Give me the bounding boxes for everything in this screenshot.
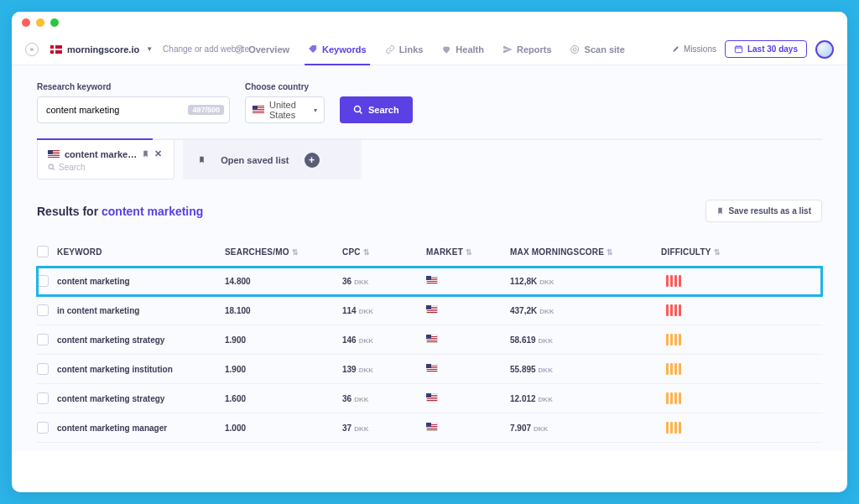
flag-us-icon [426, 276, 438, 284]
cell-searches: 1.600 [225, 394, 342, 403]
flag-us-icon [426, 335, 438, 343]
tab-subtitle: Search [59, 163, 86, 172]
cell-max-morningscore: 58.619DKK [510, 335, 661, 345]
difficulty-bars [666, 304, 681, 316]
nav-reports[interactable]: Reports [502, 34, 552, 65]
row-checkbox[interactable] [37, 304, 49, 316]
open-saved-list-tab[interactable]: Open saved list + [183, 140, 361, 179]
bookmark-icon[interactable] [142, 149, 149, 158]
site-name: morningscore.io [67, 44, 139, 55]
nav-links[interactable]: Links [385, 34, 424, 65]
cell-max-morningscore: 12.012DKK [510, 394, 661, 403]
page-body: Research keyword 497/500 Choose country … [12, 65, 847, 451]
difficulty-bars [666, 422, 681, 434]
chevron-down-icon: ▾ [314, 107, 317, 114]
svg-rect-3 [735, 46, 742, 52]
search-icon [48, 164, 55, 171]
results-title: Results for content marketing [37, 205, 203, 218]
cell-cpc: 37DKK [342, 423, 426, 433]
table-row[interactable]: in content marketing 18.100 114DKK 437,2… [37, 296, 822, 325]
maximize-window-dot[interactable] [50, 18, 59, 27]
choose-country-field: Choose country United States ▾ [245, 82, 325, 123]
top-bar: morningscore.io ▼ Change or add website … [12, 34, 847, 65]
research-keyword-input[interactable] [46, 105, 188, 115]
sort-icon: ⇅ [363, 248, 370, 257]
close-tab-icon[interactable]: ✕ [154, 148, 162, 159]
table-row[interactable]: content marketing strategy 1.600 36DKK 1… [37, 384, 822, 413]
cell-cpc: 146DKK [342, 335, 426, 345]
save-results-button[interactable]: Save results as a list [705, 200, 822, 222]
col-market[interactable]: MARKET⇅ [426, 247, 510, 257]
col-keyword[interactable]: KEYWORD [57, 247, 225, 257]
radar-icon [570, 44, 580, 55]
svg-point-4 [355, 107, 361, 112]
add-list-icon[interactable]: + [305, 153, 320, 168]
cell-market [426, 423, 510, 433]
close-window-dot[interactable] [22, 18, 30, 27]
cell-market [426, 393, 510, 403]
col-searches[interactable]: SEARCHES/MO⇅ [225, 247, 342, 257]
col-max-morningscore[interactable]: MAX MORNINGSCORE⇅ [510, 247, 661, 257]
research-keyword-input-wrap[interactable]: 497/500 [37, 96, 230, 123]
cell-searches: 1.000 [225, 423, 342, 433]
difficulty-bars [666, 363, 681, 375]
cell-keyword: in content marketing [57, 306, 225, 315]
tab-title-row: content marke… ✕ [48, 148, 162, 159]
row-checkbox[interactable] [37, 422, 49, 434]
select-all-checkbox[interactable] [37, 246, 49, 257]
table-row[interactable]: content marketing institution 1.900 139D… [37, 355, 822, 384]
search-button[interactable]: Search [340, 96, 413, 123]
date-range-selector[interactable]: Last 30 days [725, 40, 807, 58]
row-checkbox[interactable] [37, 392, 49, 404]
heart-icon [441, 44, 451, 55]
col-cpc[interactable]: CPC⇅ [342, 247, 426, 257]
main-nav: Overview Keywords Links Health Reports S… [234, 34, 625, 65]
nav-health[interactable]: Health [441, 34, 484, 65]
table-row[interactable]: content marketing 14.800 36DKK 112,8KDKK [37, 267, 822, 296]
cell-searches: 1.900 [225, 365, 342, 374]
row-checkbox[interactable] [37, 363, 49, 375]
keyword-search-bar: Research keyword 497/500 Choose country … [12, 65, 847, 123]
flag-dk-icon [50, 45, 62, 54]
nav-keywords[interactable]: Keywords [308, 34, 367, 65]
flag-us-icon [48, 150, 60, 158]
cell-cpc: 36DKK [342, 277, 426, 286]
cell-searches: 1.900 [225, 335, 342, 345]
rocket-icon [671, 44, 680, 54]
missions-link[interactable]: Missions [671, 44, 716, 54]
cell-difficulty [661, 363, 822, 375]
cell-difficulty [661, 334, 822, 346]
tab-subtitle-row: Search [48, 163, 162, 172]
cell-keyword: content marketing institution [57, 365, 225, 374]
avatar[interactable] [815, 40, 834, 59]
col-difficulty[interactable]: DIFFICULTY⇅ [661, 247, 822, 257]
cell-keyword: content marketing [57, 277, 225, 286]
sort-icon: ⇅ [607, 248, 613, 257]
gauge-icon [234, 44, 244, 55]
nav-overview[interactable]: Overview [234, 34, 289, 65]
cell-market [426, 305, 510, 315]
cell-difficulty [661, 275, 822, 287]
row-checkbox[interactable] [37, 334, 49, 346]
flag-us-icon [252, 106, 264, 114]
country-select[interactable]: United States ▾ [245, 96, 325, 123]
cell-difficulty [661, 422, 822, 434]
site-selector[interactable]: morningscore.io ▼ Change or add website [50, 44, 249, 55]
flag-us-icon [426, 423, 438, 431]
sort-icon: ⇅ [292, 248, 299, 257]
difficulty-bars [666, 334, 681, 346]
results-table: KEYWORD SEARCHES/MO⇅ CPC⇅ MARKET⇅ MAX MO… [37, 237, 822, 443]
results-header: Results for content marketing Save resul… [37, 200, 822, 222]
table-row[interactable]: content marketing manager 1.000 37DKK 7.… [37, 413, 822, 443]
tag-icon [308, 44, 318, 55]
nav-scan-site[interactable]: Scan site [570, 34, 625, 65]
difficulty-bars [666, 275, 681, 287]
minimize-window-dot[interactable] [36, 18, 44, 27]
flag-us-icon [426, 393, 438, 402]
svg-point-2 [574, 48, 577, 51]
bookmark-icon [198, 155, 206, 164]
table-row[interactable]: content marketing strategy 1.900 146DKK … [37, 325, 822, 355]
target-icon [25, 43, 39, 56]
active-result-tab[interactable]: content marke… ✕ Search [37, 140, 174, 179]
row-checkbox[interactable] [37, 275, 49, 287]
